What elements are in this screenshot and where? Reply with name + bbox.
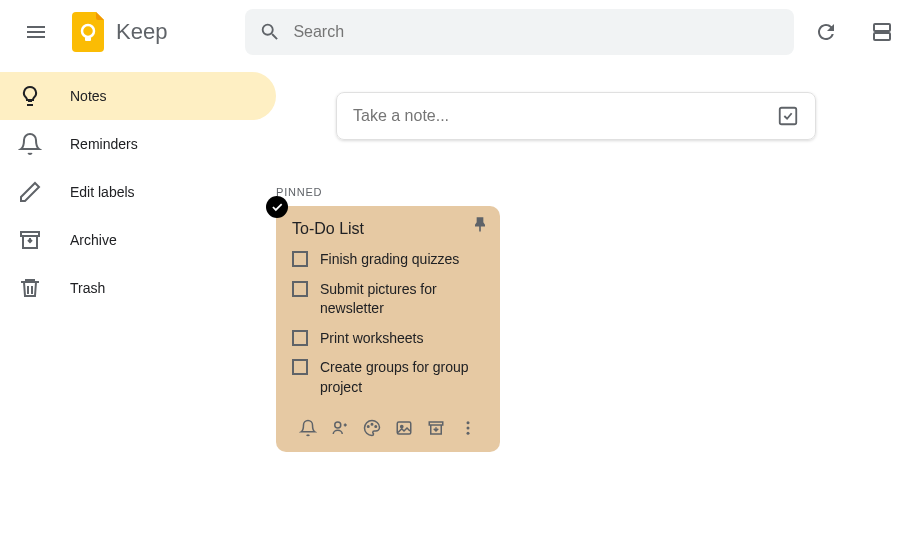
svg-rect-1 <box>85 37 91 41</box>
svg-point-9 <box>375 425 377 427</box>
svg-rect-2 <box>874 24 890 31</box>
checkbox[interactable] <box>292 330 308 346</box>
sidebar-item-label: Trash <box>70 280 105 296</box>
collaborator-button[interactable] <box>324 412 356 444</box>
checklist-item[interactable]: Create groups for group project <box>292 358 484 397</box>
svg-point-11 <box>401 425 403 427</box>
sidebar-item-archive[interactable]: Archive <box>0 216 276 264</box>
palette-icon <box>363 419 381 437</box>
checkbox[interactable] <box>292 359 308 375</box>
lightbulb-icon <box>18 84 42 108</box>
search-input[interactable] <box>293 23 780 41</box>
sidebar-item-reminders[interactable]: Reminders <box>0 120 276 168</box>
remind-me-button[interactable] <box>292 412 324 444</box>
more-button[interactable] <box>452 412 484 444</box>
sidebar-item-label: Archive <box>70 232 117 248</box>
pencil-icon <box>18 180 42 204</box>
sidebar: Notes Reminders Edit labels Archive Tras… <box>0 64 276 558</box>
search-bar[interactable] <box>245 9 794 55</box>
checklist-item-text: Finish grading quizzes <box>320 250 459 270</box>
pin-button[interactable] <box>470 214 490 238</box>
menu-button[interactable] <box>12 8 60 56</box>
sidebar-item-trash[interactable]: Trash <box>0 264 276 312</box>
main-content: PINNED To-Do List Finish grading quizzes… <box>276 64 918 558</box>
svg-point-8 <box>371 423 373 425</box>
more-vert-icon <box>459 419 477 437</box>
search-icon <box>259 21 281 43</box>
header-actions <box>802 8 906 56</box>
image-button[interactable] <box>388 412 420 444</box>
select-note-button[interactable] <box>266 196 288 218</box>
sidebar-item-edit-labels[interactable]: Edit labels <box>0 168 276 216</box>
keep-icon <box>72 12 108 52</box>
checklist-item[interactable]: Finish grading quizzes <box>292 250 484 270</box>
list-view-icon <box>870 20 894 44</box>
svg-point-14 <box>467 426 470 429</box>
checklist-item[interactable]: Submit pictures for newsletter <box>292 280 484 319</box>
app-name: Keep <box>116 19 167 45</box>
refresh-button[interactable] <box>802 8 850 56</box>
image-icon <box>395 419 413 437</box>
checkbox[interactable] <box>292 251 308 267</box>
bell-icon <box>299 419 317 437</box>
archive-icon <box>427 419 445 437</box>
sidebar-item-notes[interactable]: Notes <box>0 72 276 120</box>
note-title: To-Do List <box>292 220 484 238</box>
note-card[interactable]: To-Do List Finish grading quizzes Submit… <box>276 206 500 452</box>
checklist-item-text: Create groups for group project <box>320 358 484 397</box>
notes-area: PINNED To-Do List Finish grading quizzes… <box>276 186 918 452</box>
bell-icon <box>18 132 42 156</box>
svg-rect-5 <box>780 108 797 125</box>
pinned-section-label: PINNED <box>276 186 918 198</box>
checkbox[interactable] <box>292 281 308 297</box>
refresh-icon <box>814 20 838 44</box>
checklist-item-text: Submit pictures for newsletter <box>320 280 484 319</box>
svg-point-7 <box>368 425 370 427</box>
color-button[interactable] <box>356 412 388 444</box>
take-note-bar[interactable] <box>336 92 816 140</box>
archive-button[interactable] <box>420 412 452 444</box>
sidebar-item-label: Reminders <box>70 136 138 152</box>
svg-point-15 <box>467 431 470 434</box>
archive-icon <box>18 228 42 252</box>
view-toggle-button[interactable] <box>858 8 906 56</box>
header: Keep <box>0 0 918 64</box>
note-toolbar <box>292 412 484 444</box>
trash-icon <box>18 276 42 300</box>
svg-rect-3 <box>874 33 890 40</box>
pin-icon <box>470 214 490 234</box>
check-icon <box>270 200 284 214</box>
checkbox-icon[interactable] <box>777 105 799 127</box>
checklist-item-text: Print worksheets <box>320 329 423 349</box>
take-note-input[interactable] <box>353 107 777 125</box>
svg-point-13 <box>467 421 470 424</box>
checklist-item[interactable]: Print worksheets <box>292 329 484 349</box>
person-add-icon <box>331 419 349 437</box>
app-logo[interactable]: Keep <box>72 12 167 52</box>
svg-rect-12 <box>429 422 443 425</box>
menu-icon <box>24 20 48 44</box>
svg-point-6 <box>335 422 341 428</box>
svg-rect-4 <box>21 232 39 236</box>
sidebar-item-label: Edit labels <box>70 184 135 200</box>
sidebar-item-label: Notes <box>70 88 107 104</box>
